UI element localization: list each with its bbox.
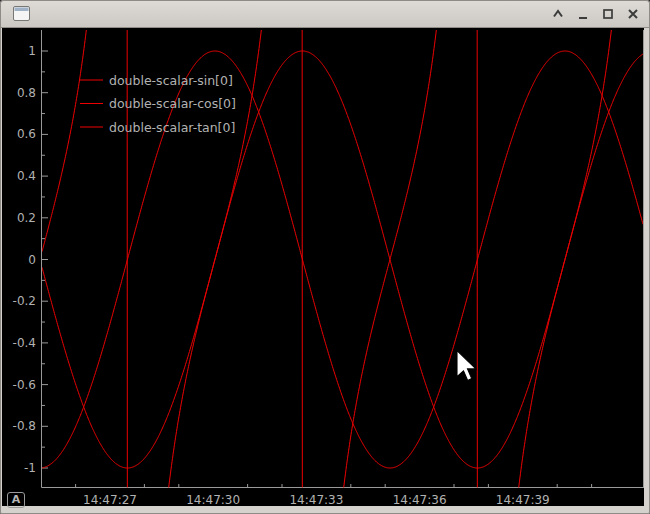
titlebar-buttons — [547, 3, 644, 25]
minimize-icon — [577, 8, 589, 20]
application-window-icon — [12, 4, 32, 24]
chevron-up-icon — [552, 8, 564, 20]
window: A 1 0.8 0.6 0.4 0.2 0 -0.2 -0.4 — [0, 0, 650, 514]
minimize-button[interactable] — [572, 3, 594, 25]
maximize-icon — [602, 8, 614, 20]
titlebar[interactable] — [1, 1, 649, 28]
close-icon — [627, 8, 639, 20]
autoscale-button[interactable]: A — [7, 492, 25, 508]
shade-button[interactable] — [547, 3, 569, 25]
maximize-button[interactable] — [597, 3, 619, 25]
close-button[interactable] — [622, 3, 644, 25]
plot-area[interactable] — [2, 28, 644, 506]
